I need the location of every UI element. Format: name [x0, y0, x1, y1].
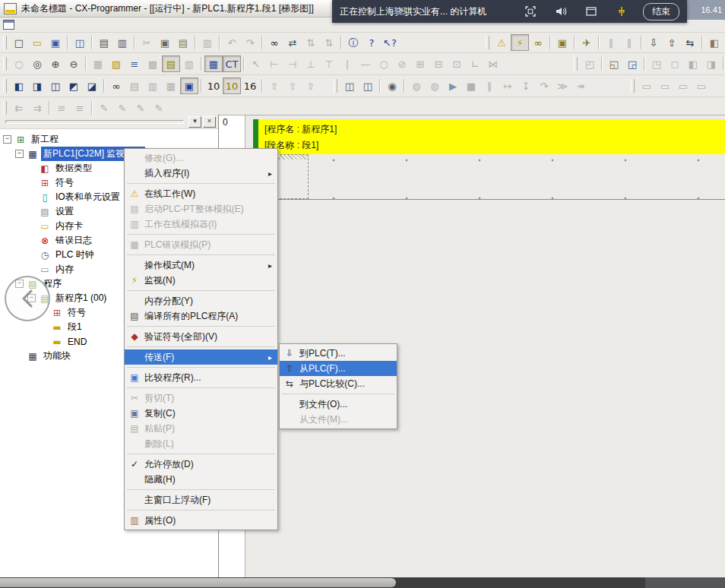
toolbar-button[interactable]: ▭: [28, 34, 46, 51]
toolbar-button[interactable]: ▭: [656, 77, 674, 94]
context-menu-item[interactable]: ▥ 属性(O) ▸: [125, 513, 277, 528]
menu-item[interactable]: [83, 24, 93, 27]
toolbar-button[interactable]: ■: [462, 77, 480, 94]
toolbar-button[interactable]: ‖: [620, 34, 638, 51]
toolbar-grip[interactable]: [3, 36, 7, 49]
speaker-icon[interactable]: [555, 5, 567, 17]
toolbar-button[interactable]: ◎: [28, 55, 46, 72]
toolbar-button[interactable]: ◧: [684, 55, 702, 72]
toolbar-grip[interactable]: [631, 79, 635, 93]
toolbar-button[interactable]: ✎: [95, 100, 113, 116]
context-menu-item[interactable]: 主窗口上浮动(F) ▸: [125, 492, 277, 507]
toolbar-grip[interactable]: [3, 57, 7, 71]
expander-icon[interactable]: −: [15, 150, 24, 158]
submenu-item[interactable]: ⇩ 到PLC(T)... ▸: [280, 346, 397, 361]
bottom-scrollbar[interactable]: [0, 577, 725, 588]
submenu-item[interactable]: ⇆ 与PLC比较(C)... ▸: [280, 376, 397, 391]
toolbar-button[interactable]: ≡: [52, 100, 71, 116]
toolbar-grip[interactable]: [3, 79, 7, 93]
toolbar-button[interactable]: ∞: [529, 34, 547, 51]
toolbar-button[interactable]: ▣: [46, 34, 65, 51]
toolbar-button[interactable]: ⚠: [492, 34, 511, 51]
toolbar-button[interactable]: ⇉: [28, 100, 46, 116]
context-menu-item[interactable]: 传送(F) ▸: [125, 349, 277, 365]
window-icon[interactable]: [585, 5, 597, 17]
submenu-item[interactable]: 到文件(O)... ▸: [280, 397, 397, 412]
toolbar-button[interactable]: ⇧: [283, 77, 302, 94]
menu-item[interactable]: [104, 24, 115, 27]
menu-item[interactable]: [115, 24, 125, 27]
toolbar-button[interactable]: CT: [223, 55, 241, 72]
toolbar-button[interactable]: ✎: [131, 100, 150, 116]
toolbar-button[interactable]: ≡: [71, 100, 89, 116]
toolbar-button[interactable]: ▥: [113, 34, 131, 51]
toolbar-button[interactable]: ◍: [407, 77, 426, 94]
toolbar-button[interactable]: ⇄: [283, 34, 302, 51]
toolbar-button[interactable]: ◩: [65, 77, 83, 94]
toolbar-button[interactable]: ⇧: [265, 77, 283, 94]
toolbar-button[interactable]: ∞: [107, 77, 125, 94]
toolbar-button[interactable]: ↶: [223, 34, 241, 51]
toolbar-grip[interactable]: [574, 57, 578, 71]
toolbar-button[interactable]: —: [356, 55, 375, 72]
toolbar-grip[interactable]: [3, 101, 7, 115]
toolbar-button[interactable]: ▥: [144, 77, 162, 94]
context-menu-item[interactable]: ⚡ 监视(N) ▸: [125, 273, 277, 288]
submenu-item[interactable]: 从文件(M)... ▸: [280, 412, 397, 427]
toolbar-button[interactable]: ▧: [107, 55, 125, 72]
toolbar-button[interactable]: ⇅: [302, 34, 320, 51]
toolbar-button[interactable]: ▣: [180, 77, 198, 94]
toolbar-button[interactable]: ↷: [535, 77, 553, 94]
context-menu-item[interactable]: ▣ 比较程序(R)... ▸: [125, 370, 277, 385]
toolbar-button[interactable]: ◪: [83, 77, 101, 94]
toolbar-button[interactable]: ↖: [247, 55, 265, 72]
toolbar-button[interactable]: ⊣: [283, 55, 302, 72]
toolbar-button[interactable]: ⊖: [65, 55, 83, 72]
toolbar-button[interactable]: ↠: [571, 77, 590, 94]
tree-item[interactable]: − ⊞ 新工程: [0, 132, 218, 147]
toolbar-button[interactable]: ⓘ: [344, 34, 362, 51]
back-overlay-button[interactable]: [5, 276, 50, 321]
submenu-item[interactable]: ⇧ 从PLC(F)... ▸: [280, 361, 397, 376]
toolbar-button[interactable]: ∟: [466, 55, 484, 72]
toolbar-button[interactable]: ◲: [623, 55, 641, 72]
toolbar-button[interactable]: ◧: [705, 34, 723, 51]
context-menu-item[interactable]: ✓ 允许停放(D) ▸: [125, 457, 277, 472]
context-menu-item[interactable]: 删除(L) ▸: [125, 436, 277, 451]
menu-item[interactable]: [40, 24, 51, 27]
toolbar-button[interactable]: ▣: [553, 34, 571, 51]
toolbar-button[interactable]: ⇇: [10, 100, 28, 116]
toolbar-button[interactable]: ▭: [674, 77, 692, 94]
context-menu-item[interactable]: ✂ 剪切(T) ▸: [125, 390, 277, 406]
toolbar-button[interactable]: ▤: [162, 55, 180, 72]
toolbar-button[interactable]: ○: [10, 55, 28, 72]
context-menu-item[interactable]: ◆ 验证符号(全部)(V) ▸: [125, 329, 277, 344]
toolbar-button[interactable]: ⇆: [681, 34, 699, 51]
toolbar-button[interactable]: ⇧: [302, 77, 320, 94]
toolbar-button[interactable]: |: [338, 55, 356, 72]
context-menu-item[interactable]: ▣ 复制(C) ▸: [125, 406, 277, 421]
menu-item[interactable]: [51, 24, 62, 27]
context-menu-item[interactable]: 操作模式(M) ▸: [125, 258, 277, 273]
scrollbar-thumb[interactable]: [0, 578, 396, 587]
toolbar-button[interactable]: ▤: [125, 77, 144, 94]
toolbar-button[interactable]: ⚡: [511, 34, 529, 51]
toolbar-button[interactable]: ?: [362, 34, 381, 51]
toolbar-button[interactable]: ⊕: [46, 55, 65, 72]
toolbar-button[interactable]: ◫: [359, 77, 377, 94]
toolbar-button[interactable]: ⊢: [265, 55, 283, 72]
toolbar-button[interactable]: ◍: [426, 77, 444, 94]
toolbar-button[interactable]: ▥: [198, 34, 217, 51]
toolbar-button[interactable]: ◱: [605, 55, 623, 72]
toolbar-button[interactable]: ↖?: [381, 34, 399, 51]
toolbar-button[interactable]: ↧: [517, 77, 535, 94]
toolbar-button[interactable]: ‖: [602, 34, 620, 51]
context-menu-item[interactable]: 修改(G)... ▸: [125, 150, 277, 166]
context-menu-item[interactable]: 隐藏(H) ▸: [125, 472, 277, 487]
toolbar-button[interactable]: ◫: [340, 77, 359, 94]
toolbar-button[interactable]: ≫: [553, 77, 571, 94]
context-menu-item[interactable]: 内存分配(Y) ▸: [125, 293, 277, 308]
toolbar-button[interactable]: ▤: [174, 34, 192, 51]
toolbar-button[interactable]: ⊥: [302, 55, 320, 72]
menu-item[interactable]: [30, 24, 40, 27]
